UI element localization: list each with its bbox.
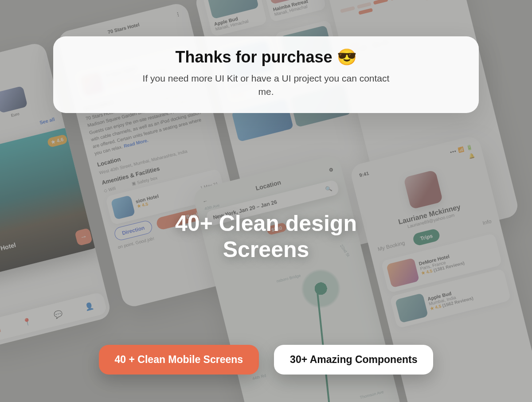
tab-chat-icon[interactable]: 💬 xyxy=(53,309,64,319)
banner-subtitle: If you need more UI Kit or have a UI pro… xyxy=(142,72,390,99)
tab-bar: ▦ 📍 💬 👤 xyxy=(0,292,108,343)
map-marker xyxy=(297,265,345,313)
status-time: 9:41 xyxy=(359,170,369,178)
map-title: Location xyxy=(255,179,282,192)
sunglasses-emoji-icon: 😎 xyxy=(337,48,357,66)
proceed-button[interactable]: Proceed xyxy=(419,0,457,1)
screen-title: 70 Stars Hotel xyxy=(107,22,140,35)
thanks-banner: Thanks for purchase 😎 If you need more U… xyxy=(53,36,479,113)
stat-pill-screens: 40 + Clean Mobile Screens xyxy=(99,345,259,375)
rating-badge: ★ 4.6 xyxy=(47,134,68,148)
tab-location-icon[interactable]: 📍 xyxy=(22,316,32,327)
country-chip[interactable]: Euro xyxy=(0,86,29,121)
bell-icon[interactable]: 🔔 xyxy=(468,152,475,159)
tab-home-icon[interactable]: ▦ xyxy=(0,324,1,334)
more-icon[interactable]: ⋮ xyxy=(175,11,181,18)
see-all-link[interactable]: See all xyxy=(39,116,55,125)
back-icon[interactable]: ← xyxy=(202,198,208,204)
hero-title: 40+ Clean design Screens xyxy=(0,211,532,263)
tab-profile-icon[interactable]: 👤 xyxy=(84,301,95,311)
stat-pill-components: 30+ Amazing Components xyxy=(274,345,433,375)
avatar[interactable] xyxy=(403,170,443,210)
banner-title: Thanks for purchase xyxy=(175,48,332,66)
filter-icon[interactable]: ⚙ xyxy=(329,166,334,173)
search-icon[interactable]: 🔍 xyxy=(325,185,332,193)
